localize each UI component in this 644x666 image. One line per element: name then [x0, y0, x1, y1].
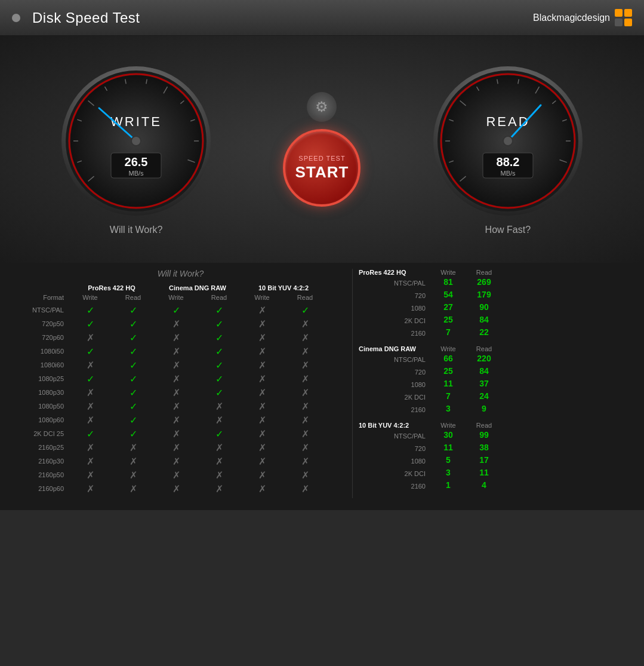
lt-cell: ✗ — [155, 482, 198, 495]
cross-icon: ✗ — [258, 373, 266, 385]
rt-read-value: 84 — [466, 315, 502, 327]
lt-cell: ✓ — [69, 345, 112, 358]
rt-read-value: 9 — [466, 404, 502, 416]
lt-cell: ✗ — [284, 400, 326, 413]
rt-row-label: 720 — [359, 290, 430, 302]
lt-cell: ✗ — [241, 441, 284, 454]
lt-cell: ✗ — [69, 413, 112, 426]
lt-codec-prores: ProRes 422 HQ — [69, 283, 155, 293]
check-icon: ✓ — [215, 318, 223, 330]
lt-cell: ✗ — [69, 358, 112, 372]
lt-cell: ✓ — [198, 303, 241, 317]
cross-icon: ✗ — [87, 442, 94, 453]
rt-read-value: 220 — [466, 354, 502, 366]
write-gauge-svg: WRITE 26.5 MB/s — [58, 63, 214, 219]
rt-data-row: 2K DCI724 — [359, 391, 629, 403]
rt-write-value: 7 — [430, 391, 466, 403]
rt-row-label: 1080 — [359, 455, 430, 467]
lt-data-row: 1080p60✗✓✗✗✗✗ — [15, 413, 346, 426]
lt-cell: ✗ — [112, 482, 155, 495]
lt-cell: ✗ — [241, 303, 284, 317]
lt-data-row: 2K DCI 25✓✓✗✓✗✗ — [15, 427, 346, 440]
lt-cell: ✗ — [155, 400, 198, 413]
rt-write-head: Write — [430, 269, 466, 276]
svg-text:88.2: 88.2 — [496, 155, 519, 168]
cross-icon: ✗ — [215, 401, 223, 412]
rt-read-value: 38 — [466, 443, 502, 455]
check-icon: ✓ — [130, 387, 137, 398]
lt-cell: ✓ — [198, 427, 241, 440]
lt-cell: ✗ — [241, 372, 284, 385]
cross-icon: ✗ — [301, 332, 309, 343]
logo-sq-1 — [615, 9, 623, 17]
lt-cell: ✓ — [112, 358, 155, 372]
lt-cell: ✗ — [284, 468, 326, 481]
cross-icon: ✗ — [215, 415, 223, 426]
cross-icon: ✗ — [258, 442, 266, 453]
lt-cell: ✓ — [198, 386, 241, 399]
lt-cell: ✗ — [241, 468, 284, 481]
lt-cell: ✓ — [69, 317, 112, 330]
lt-cell: ✓ — [198, 317, 241, 330]
lt-cell: ✗ — [284, 482, 326, 495]
lt-cell: ✗ — [155, 372, 198, 385]
cross-icon: ✗ — [258, 415, 266, 426]
rt-read-value: 11 — [466, 468, 502, 480]
logo-sq-2 — [624, 9, 632, 17]
lt-cell: ✓ — [198, 331, 241, 344]
lt-cell: ✗ — [284, 358, 326, 372]
lt-data-row: 1080p25✓✓✗✓✗✗ — [15, 372, 346, 385]
start-button[interactable]: SPEED TEST START — [283, 129, 360, 207]
brand-name: Blackmagicdesign — [533, 13, 610, 23]
cross-icon: ✗ — [172, 401, 180, 412]
cross-icon: ✗ — [172, 483, 180, 495]
rt-read-value: 90 — [466, 302, 502, 314]
lt-format-label: Format — [15, 294, 69, 301]
lt-row-label: 2160p25 — [15, 441, 69, 454]
lt-data-row: 2160p60✗✗✗✗✗✗ — [15, 482, 346, 495]
rt-write-value: 66 — [430, 354, 466, 366]
rt-write-value: 25 — [430, 315, 466, 327]
lt-cell: ✗ — [284, 317, 326, 330]
check-icon: ✓ — [130, 428, 137, 440]
check-icon: ✓ — [87, 428, 94, 440]
cross-icon: ✗ — [215, 483, 223, 495]
cross-icon: ✗ — [172, 346, 180, 357]
lt-row-label: 720p50 — [15, 317, 69, 330]
lt-cell: ✓ — [112, 427, 155, 440]
cross-icon: ✗ — [258, 428, 266, 440]
check-icon: ✓ — [130, 401, 137, 412]
write-gauge-wrap: WRITE 26.5 MB/s Will it Work? — [58, 63, 214, 235]
rt-row-label: 2160 — [359, 327, 430, 339]
close-button[interactable] — [12, 14, 20, 22]
lt-row-label: 2160p30 — [15, 455, 69, 468]
start-button-small-label: SPEED TEST — [298, 155, 345, 162]
rt-write-value: 30 — [430, 430, 466, 442]
lt-data-row: 2160p25✗✗✗✗✗✗ — [15, 441, 346, 454]
cross-icon: ✗ — [172, 456, 180, 467]
rt-data-row: 2160722 — [359, 327, 629, 339]
cross-icon: ✗ — [301, 360, 309, 371]
rt-section: Cinema DNG RAWWriteReadNTSC/PAL662207202… — [359, 345, 629, 416]
lt-cell: ✓ — [112, 372, 155, 385]
rt-row-label: 2160 — [359, 480, 430, 492]
cross-icon: ✗ — [301, 346, 309, 357]
cross-icon: ✗ — [172, 442, 180, 453]
lt-cell: ✗ — [284, 455, 326, 468]
rt-read-value: 269 — [466, 277, 502, 289]
lt-row-label: 2160p60 — [15, 482, 69, 495]
lt-cell: ✗ — [284, 345, 326, 358]
rt-data-row: NTSC/PAL66220 — [359, 354, 629, 366]
lt-cell: ✗ — [241, 427, 284, 440]
cross-icon: ✗ — [172, 332, 180, 343]
brand-logo-squares — [615, 9, 632, 26]
lt-cell: ✗ — [155, 455, 198, 468]
rt-write-value: 11 — [430, 379, 466, 391]
check-icon: ✓ — [87, 318, 94, 330]
svg-text:MB/s: MB/s — [500, 170, 516, 177]
cross-icon: ✗ — [301, 318, 309, 330]
rt-section-header: Cinema DNG RAWWriteRead — [359, 345, 629, 352]
lt-cell: ✗ — [284, 413, 326, 426]
lt-data-row: 1080i50✓✓✗✓✗✗ — [15, 345, 346, 358]
cross-icon: ✗ — [130, 483, 137, 495]
